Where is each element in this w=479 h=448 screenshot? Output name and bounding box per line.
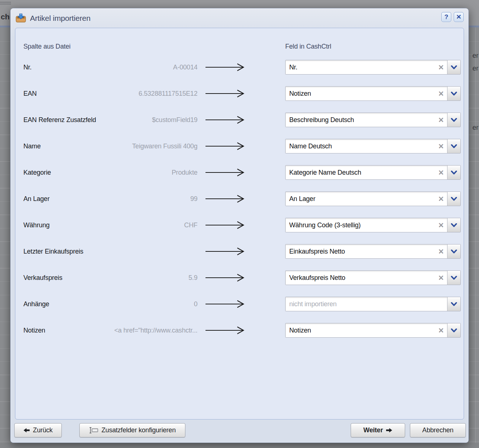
field-combobox-input[interactable]: Verkaufspreis Netto ✕: [286, 271, 447, 285]
field-combobox-input[interactable]: An Lager ✕: [286, 192, 447, 206]
mapping-arrow-icon: [205, 273, 247, 282]
dropdown-trigger-button[interactable]: [447, 271, 460, 285]
source-sample-value: $customField19: [74, 113, 197, 127]
field-combobox-value: Einkaufspreis Netto: [289, 248, 345, 255]
background-text-fragment: er: [472, 64, 479, 72]
field-combobox-input[interactable]: Nr. ✕: [286, 60, 447, 74]
mapping-row: An Lager 99 An Lager ✕: [15, 191, 464, 218]
mapping-arrow-icon: [205, 326, 247, 335]
field-combobox-input[interactable]: Einkaufspreis Netto ✕: [286, 244, 447, 258]
clear-icon[interactable]: ✕: [438, 169, 444, 176]
field-combobox-input[interactable]: nicht importieren ✕: [286, 297, 447, 311]
field-combobox-input[interactable]: Währung Code (3-stellig) ✕: [286, 218, 447, 232]
field-combobox: Währung Code (3-stellig) ✕: [285, 218, 461, 232]
clear-icon[interactable]: ✕: [438, 248, 444, 255]
clear-icon[interactable]: ✕: [438, 274, 444, 281]
mapping-row: Nr. A-00014 Nr. ✕: [15, 60, 464, 86]
mapping-arrow-icon: [205, 299, 247, 309]
chevron-down-icon: [451, 197, 457, 201]
source-sample-value: 0: [74, 297, 197, 311]
background-column-line: [475, 27, 476, 448]
field-combobox: Nr. ✕: [285, 60, 461, 75]
text-field-icon: [89, 427, 98, 434]
mapping-rows: Nr. A-00014 Nr. ✕ EAN 6.532881117515E12: [15, 60, 464, 349]
dropdown-trigger-button[interactable]: [447, 60, 460, 74]
chevron-down-icon: [451, 329, 457, 333]
mapping-panel: Spalte aus Datei Feld in CashCtrl Nr. A-…: [15, 28, 464, 419]
mapping-arrow-icon: [205, 194, 247, 204]
chevron-down-icon: [451, 302, 457, 306]
dropdown-trigger-button[interactable]: [447, 192, 460, 206]
dropdown-trigger-button[interactable]: [447, 244, 460, 258]
clear-icon[interactable]: ✕: [438, 64, 444, 71]
field-combobox-input[interactable]: Beschreibung Deutsch ✕: [286, 113, 447, 127]
background-text-fragment: er: [472, 124, 479, 132]
field-combobox-input[interactable]: Notizen ✕: [286, 323, 447, 337]
next-button-label: Weiter: [363, 426, 383, 434]
configure-custom-fields-button[interactable]: Zusatzfelder konfigurieren: [79, 423, 185, 437]
help-button[interactable]: ?: [441, 12, 451, 22]
mapping-arrow-icon: [205, 115, 247, 125]
field-combobox-input[interactable]: Kategorie Name Deutsch ✕: [286, 166, 447, 179]
field-combobox: Kategorie Name Deutsch ✕: [285, 165, 461, 180]
source-column-label: Name: [23, 139, 41, 153]
mapping-arrow-icon: [205, 168, 247, 177]
dropdown-trigger-button[interactable]: [447, 218, 460, 232]
source-sample-value: 6.532881117515E12: [74, 86, 197, 101]
cancel-button[interactable]: Abbrechen: [410, 423, 466, 437]
field-combobox: Einkaufspreis Netto ✕: [285, 244, 461, 259]
dropdown-trigger-button[interactable]: [447, 297, 460, 311]
next-button[interactable]: Weiter: [351, 423, 405, 437]
dropdown-trigger-button[interactable]: [447, 166, 460, 179]
mapping-row: Währung CHF Währung Code (3-stellig) ✕: [15, 218, 464, 244]
field-combobox-value: An Lager: [289, 195, 315, 203]
field-combobox-value: Notizen: [289, 327, 311, 334]
configure-button-label: Zusatzfelder konfigurieren: [102, 426, 176, 434]
source-column-label: Notizen: [23, 323, 45, 338]
chevron-down-icon: [451, 223, 457, 227]
source-column-heading: Spalte aus Datei: [23, 43, 71, 50]
back-button[interactable]: Zurück: [14, 423, 62, 437]
mapping-arrow-icon: [205, 141, 247, 151]
field-combobox-value: Nr.: [289, 64, 297, 71]
mapping-row: EAN 6.532881117515E12 Notizen ✕: [15, 86, 464, 113]
clear-icon[interactable]: ✕: [438, 327, 444, 334]
source-sample-value: Produkte: [74, 165, 197, 180]
source-sample-value: Teigwaren Fussili 400g: [74, 139, 197, 153]
field-combobox-input[interactable]: Notizen ✕: [286, 87, 447, 100]
clear-icon[interactable]: ✕: [438, 117, 444, 124]
dropdown-trigger-button[interactable]: [447, 139, 460, 153]
field-combobox-value: Beschreibung Deutsch: [289, 116, 354, 124]
dialog-header[interactable]: Artikel importieren: [11, 8, 468, 28]
dropdown-trigger-button[interactable]: [447, 113, 460, 127]
field-combobox-value: Verkaufspreis Netto: [289, 274, 345, 282]
clear-icon[interactable]: ✕: [438, 143, 444, 150]
field-combobox-value: Kategorie Name Deutsch: [289, 169, 361, 176]
mapping-arrow-icon: [205, 89, 247, 98]
source-column-label: Währung: [23, 218, 50, 232]
field-combobox-input[interactable]: Name Deutsch ✕: [286, 139, 447, 153]
source-column-label: EAN: [23, 86, 37, 101]
import-icon: [16, 14, 26, 23]
back-button-label: Zurück: [33, 426, 53, 434]
arrow-left-icon: [23, 428, 30, 433]
mapping-row: Name Teigwaren Fussili 400g Name Deutsch…: [15, 139, 464, 165]
mapping-row: Kategorie Produkte Kategorie Name Deutsc…: [15, 165, 464, 191]
source-column-label: Kategorie: [23, 165, 51, 180]
dropdown-trigger-button[interactable]: [447, 323, 460, 337]
dropdown-trigger-button[interactable]: [447, 87, 460, 100]
mapping-row: Letzter Einkaufspreis Einkaufspreis Nett…: [15, 244, 464, 270]
clear-icon[interactable]: ✕: [438, 222, 444, 229]
chevron-down-icon: [451, 144, 457, 148]
clear-icon[interactable]: ✕: [438, 90, 444, 97]
import-articles-dialog: Artikel importieren ? ✕ Spalte aus Datei…: [10, 8, 469, 443]
clear-icon[interactable]: ✕: [438, 195, 444, 202]
mapping-row: Verkaufspreis 5.9 Verkaufspreis Netto ✕: [15, 270, 464, 297]
mapping-row: Anhänge 0 nicht importieren ✕: [15, 297, 464, 323]
source-column-label: Anhänge: [23, 297, 49, 311]
source-sample-value: <a href="http://www.cashctr...: [74, 323, 197, 338]
field-combobox-value: nicht importieren: [289, 300, 337, 308]
field-combobox: Verkaufspreis Netto ✕: [285, 270, 461, 285]
close-button[interactable]: ✕: [454, 12, 464, 22]
field-combobox: Notizen ✕: [285, 86, 461, 101]
